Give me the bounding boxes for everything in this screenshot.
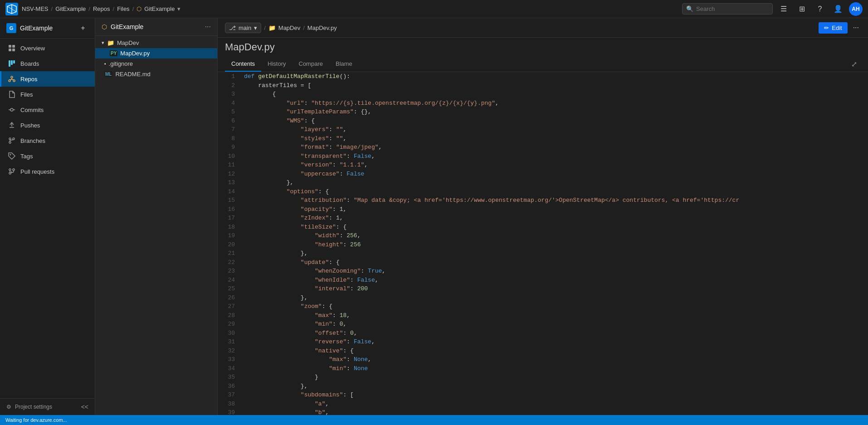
search-input[interactable] xyxy=(696,5,769,12)
line-code: "native": { xyxy=(240,347,868,356)
tree-item-mapdev-py-label: MapDev.py xyxy=(120,50,150,57)
line-number: 26 xyxy=(218,293,240,303)
table-row: 12 "uppercase": False xyxy=(218,170,868,179)
edit-button[interactable]: ✏ Edit xyxy=(819,22,847,34)
tab-contents[interactable]: Contents xyxy=(225,57,261,72)
line-number: 3 xyxy=(218,90,240,99)
tree-item-mapdev-py[interactable]: PY MapDev.py xyxy=(95,48,217,59)
table-row: 4 "url": "https://{s}.tile.openstreetmap… xyxy=(218,99,868,108)
search-box[interactable]: 🔍 xyxy=(682,3,773,15)
line-number: 4 xyxy=(218,99,240,108)
azure-devops-logo[interactable] xyxy=(5,3,18,15)
code-table: 1def getDefaultMapRasterTile():2 rasterT… xyxy=(218,72,868,415)
sidebar-item-repos[interactable]: Repos xyxy=(0,71,95,87)
project-settings-link[interactable]: ⚙ Project settings xyxy=(6,404,52,410)
content-area: ⎇ main ▾ / 📁 MapDev / MapDev.py ✏ Edit ·… xyxy=(218,18,868,415)
explorer-more-button[interactable]: ··· xyxy=(205,23,211,31)
account-icon[interactable]: 👤 xyxy=(831,2,845,16)
line-number: 10 xyxy=(218,152,240,161)
file-more-button[interactable]: ··· xyxy=(851,22,861,34)
line-code: }, xyxy=(240,178,868,187)
sidebar-item-tags-label: Tags xyxy=(20,153,33,160)
line-code: }, xyxy=(240,382,868,391)
file-path-folder[interactable]: MapDev xyxy=(278,24,300,31)
line-code: "WMS": { xyxy=(240,117,868,126)
sidebar: G GitExample + Overview xyxy=(0,18,95,415)
line-number: 22 xyxy=(218,258,240,267)
table-row: 36 }, xyxy=(218,382,868,391)
help-icon[interactable]: ? xyxy=(813,2,827,16)
content-tabs: Contents History Compare Blame ⤢ xyxy=(218,57,868,72)
line-number: 2 xyxy=(218,81,240,90)
explorer-title: ⬡ GitExample xyxy=(102,23,143,30)
table-row: 14 "options": { xyxy=(218,187,868,196)
table-row: 9 "format": "image/jpeg", xyxy=(218,143,868,152)
line-code: "height": 256 xyxy=(240,240,868,249)
breadcrumb-repos[interactable]: Repos xyxy=(93,5,110,12)
sidebar-item-boards-label: Boards xyxy=(20,60,39,67)
sidebar-item-files[interactable]: Files xyxy=(0,87,95,102)
line-number: 31 xyxy=(218,337,240,347)
tree-item-mapdev-folder[interactable]: ▾ 📁 MapDev xyxy=(95,38,217,48)
pull-requests-icon xyxy=(8,167,16,176)
breadcrumb-dropdown-icon[interactable]: ▾ xyxy=(177,5,180,12)
line-number: 1 xyxy=(218,72,240,81)
table-row: 35 } xyxy=(218,373,868,382)
tags-icon xyxy=(8,152,16,160)
branch-icon: ⎇ xyxy=(229,24,236,31)
svg-rect-6 xyxy=(9,49,11,51)
sidebar-item-branches[interactable]: Branches xyxy=(0,133,95,148)
breadcrumb-git-example[interactable]: GitExample xyxy=(144,5,175,12)
line-code: "update": { xyxy=(240,258,868,267)
breadcrumb-project[interactable]: GitExample xyxy=(55,5,86,12)
tree-item-readme[interactable]: ML README.md xyxy=(95,69,217,79)
tab-compare[interactable]: Compare xyxy=(293,57,329,72)
breadcrumb-org[interactable]: NSV-MES xyxy=(22,5,49,12)
add-project-button[interactable]: + xyxy=(78,23,88,34)
line-number: 32 xyxy=(218,347,240,356)
avatar[interactable]: AH xyxy=(849,2,863,16)
sidebar-item-overview[interactable]: Overview xyxy=(0,40,95,56)
table-row: 39 "b", xyxy=(218,408,868,415)
sidebar-item-tags[interactable]: Tags xyxy=(0,148,95,164)
line-code: }, xyxy=(240,249,868,258)
file-path-sep-2: / xyxy=(303,24,305,31)
breadcrumb-files[interactable]: Files xyxy=(117,5,129,12)
status-bar: Waiting for dev.azure.com... xyxy=(0,415,868,425)
folder-icon-small: 📁 xyxy=(268,24,276,31)
shopping-bag-icon[interactable]: ⊞ xyxy=(795,2,809,16)
line-number: 19 xyxy=(218,231,240,240)
sidebar-project[interactable]: G GitExample xyxy=(6,23,53,33)
svg-point-12 xyxy=(9,80,10,82)
search-icon: 🔍 xyxy=(686,5,693,12)
line-number: 13 xyxy=(218,178,240,187)
main-layout: G GitExample + Overview xyxy=(0,18,868,415)
markdown-icon: ML xyxy=(104,71,112,77)
sidebar-item-commits[interactable]: Commits xyxy=(0,102,95,117)
svg-rect-4 xyxy=(9,45,11,48)
sidebar-item-pull-requests[interactable]: Pull requests xyxy=(0,164,95,179)
tab-history[interactable]: History xyxy=(261,57,292,72)
tree-item-gitignore[interactable]: ▪ .gitignore xyxy=(95,59,217,69)
expand-button[interactable]: ⤢ xyxy=(848,58,861,70)
table-row: 23 "whenZooming": True, xyxy=(218,267,868,276)
table-row: 31 "reverse": False, xyxy=(218,337,868,347)
branch-selector[interactable]: ⎇ main ▾ xyxy=(225,23,261,33)
sidebar-collapse-button[interactable]: << xyxy=(81,403,88,410)
svg-rect-9 xyxy=(11,60,13,65)
table-row: 8 "styles": "", xyxy=(218,134,868,143)
tab-blame[interactable]: Blame xyxy=(329,57,359,72)
table-row: 18 "tileSize": { xyxy=(218,223,868,232)
sidebar-item-branches-label: Branches xyxy=(20,137,45,144)
line-code: "min": 0, xyxy=(240,320,868,329)
settings-icon[interactable]: ☰ xyxy=(776,2,791,16)
table-row: 5 "urlTemplateParams": {}, xyxy=(218,107,868,117)
line-code: rasterTiles = [ xyxy=(240,81,868,90)
code-container[interactable]: 1def getDefaultMapRasterTile():2 rasterT… xyxy=(218,72,868,415)
line-code: "version": "1.1.1", xyxy=(240,161,868,170)
sidebar-item-boards[interactable]: Boards xyxy=(0,56,95,71)
sidebar-item-repos-label: Repos xyxy=(20,76,38,83)
branches-icon xyxy=(8,137,16,145)
line-number: 24 xyxy=(218,276,240,285)
sidebar-item-pushes[interactable]: Pushes xyxy=(0,117,95,133)
